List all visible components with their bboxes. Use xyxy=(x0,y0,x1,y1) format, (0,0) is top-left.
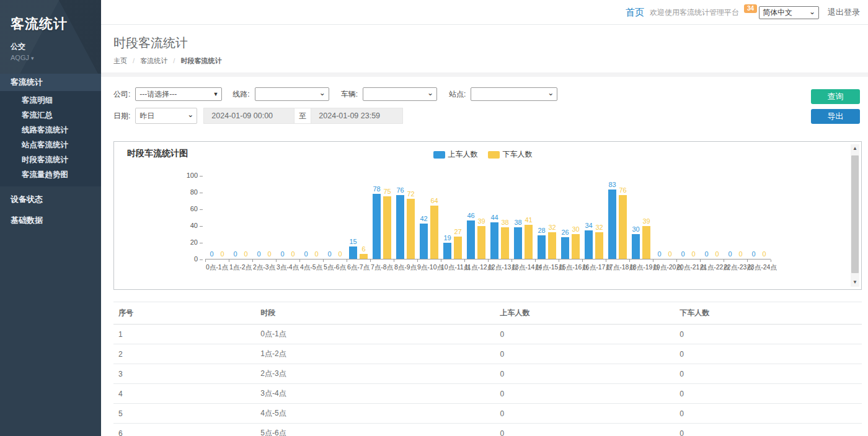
y-axis-tick-label: 0 xyxy=(180,255,198,263)
bar-wrap: 0 xyxy=(336,176,344,259)
filter-row-2: 日期: 昨日 至 xyxy=(113,108,862,124)
bar-value-label: 75 xyxy=(383,188,391,195)
home-link[interactable]: 首页 xyxy=(626,7,644,19)
bar-value-label: 15 xyxy=(349,238,356,245)
bar-wrap: 46 xyxy=(467,176,475,259)
bar-group: 8376 xyxy=(606,176,629,259)
bar-wrap: 38 xyxy=(501,176,509,259)
bar xyxy=(467,220,475,259)
bar-group: 00 xyxy=(323,176,347,259)
bar-group: 00 xyxy=(252,176,276,259)
bar xyxy=(632,234,640,259)
bar-wrap: 0 xyxy=(666,176,674,259)
bar-wrap: 76 xyxy=(396,176,404,259)
bar-value-label: 41 xyxy=(525,216,532,224)
chart-scrollbar[interactable]: ▲ ▼ xyxy=(851,144,859,287)
sidebar-subitem-1[interactable]: 客流汇总 xyxy=(0,108,101,123)
bar-value-label: 38 xyxy=(501,219,508,226)
filter-section: 公司: ---请选择--- 线路: 车辆: 站点: 日期: xyxy=(113,77,862,134)
table-cell: 1 xyxy=(113,325,255,344)
logout-link[interactable]: 退出登录 xyxy=(828,7,860,18)
org-code-label: AQGJ xyxy=(11,54,29,61)
sidebar-item-base-data[interactable]: 基础数据 xyxy=(0,212,101,229)
legend-item-0[interactable]: 上车人数 xyxy=(433,149,478,160)
scroll-up-arrow-icon[interactable]: ▲ xyxy=(851,144,859,153)
bar-value-label: 0 xyxy=(267,250,271,258)
bar-group: 3432 xyxy=(582,176,606,259)
scroll-down-arrow-icon[interactable]: ▼ xyxy=(851,278,859,287)
bar-group: 156 xyxy=(347,176,370,259)
date-to-separator: 至 xyxy=(294,108,311,124)
breadcrumb-home[interactable]: 主页 xyxy=(113,57,127,64)
bar-value-label: 0 xyxy=(681,250,684,258)
bar-wrap: 42 xyxy=(420,176,428,259)
bar xyxy=(548,232,556,259)
language-select[interactable]: 简体中文 xyxy=(759,6,819,19)
breadcrumb: 主页 / 客流统计 / 时段客流统计 xyxy=(113,56,868,66)
y-axis-tick-label: 60 xyxy=(180,205,198,212)
sidebar-subitem-0[interactable]: 客流明细 xyxy=(0,93,101,108)
sidebar-subitem-5[interactable]: 客流量趋势图 xyxy=(0,167,101,182)
table-row: 54点-5点00 xyxy=(113,404,862,424)
y-axis-tick-mark xyxy=(200,193,203,193)
vehicle-select[interactable] xyxy=(363,87,437,101)
bar-value-label: 0 xyxy=(728,250,732,258)
legend-label: 上车人数 xyxy=(448,149,478,160)
sidebar-subitem-3[interactable]: 站点客流统计 xyxy=(0,137,101,152)
breadcrumb-passenger-stats[interactable]: 客流统计 xyxy=(140,57,167,64)
bar-wrap: 34 xyxy=(585,176,593,259)
date-to-input[interactable] xyxy=(311,108,403,124)
bar-value-label: 0 xyxy=(244,250,247,258)
y-axis-tick-mark xyxy=(200,259,203,260)
bar-group: 4438 xyxy=(488,176,512,259)
legend-label: 下车人数 xyxy=(503,149,533,160)
station-select[interactable] xyxy=(471,87,557,101)
sidebar-item-device-status[interactable]: 设备状态 xyxy=(0,191,101,207)
sidebar-subitem-4[interactable]: 时段客流统计 xyxy=(0,152,101,167)
bar xyxy=(420,224,428,259)
chart-category-10: 192710点-11点 xyxy=(441,176,464,259)
company-select[interactable]: ---请选择--- xyxy=(135,87,222,101)
table-cell: 6 xyxy=(113,424,255,436)
bar-wrap: 0 xyxy=(312,176,321,259)
bar-wrap: 0 xyxy=(208,176,216,259)
bar-wrap: 0 xyxy=(702,176,711,259)
bar-value-label: 76 xyxy=(396,186,404,194)
line-select[interactable] xyxy=(255,87,329,101)
table-cell: 0 xyxy=(495,344,675,364)
bar-group: 00 xyxy=(229,176,252,259)
sidebar-section-passenger-stats[interactable]: 客流统计 xyxy=(0,74,101,91)
export-button[interactable]: 导出 xyxy=(811,109,860,124)
bar-wrap: 30 xyxy=(632,176,640,259)
bar-wrap: 0 xyxy=(750,176,758,259)
chart-category-13: 384113点-14点 xyxy=(512,176,535,259)
bar-wrap: 64 xyxy=(430,176,438,259)
org-selector[interactable]: AQGJ ▾ xyxy=(11,54,91,61)
bar-value-label: 0 xyxy=(704,250,708,258)
x-axis-category-label: 9点-10点 xyxy=(417,263,441,272)
date-from-input[interactable] xyxy=(203,108,294,124)
legend-swatch-icon xyxy=(433,151,445,159)
table-row: 10点-1点00 xyxy=(113,325,862,344)
legend-item-1[interactable]: 下车人数 xyxy=(488,149,533,160)
bar-value-label: 19 xyxy=(443,234,451,242)
date-preset-select[interactable]: 昨日 xyxy=(135,108,197,124)
vehicle-label: 车辆: xyxy=(341,89,358,100)
bar-wrap: 0 xyxy=(302,176,310,259)
x-axis-category-label: 17点-18点 xyxy=(606,263,629,272)
line-label: 线路: xyxy=(232,89,249,100)
bar-wrap: 0 xyxy=(278,176,286,259)
bar-value-label: 44 xyxy=(490,214,498,221)
bar-group: 2630 xyxy=(559,176,582,259)
table-cell: 4点-5点 xyxy=(255,404,495,424)
x-axis-category-label: 11点-12点 xyxy=(464,263,488,272)
notification-badge[interactable]: 34 xyxy=(744,4,757,13)
org-name: 公交 xyxy=(11,41,91,52)
main-content: 公司: ---请选择--- 线路: 车辆: 站点: 日期: xyxy=(101,77,868,436)
query-button[interactable]: 查询 xyxy=(811,89,860,104)
bar-group: 3039 xyxy=(629,176,653,259)
bar-value-label: 64 xyxy=(430,197,438,204)
x-axis-category-label: 1点-2点 xyxy=(229,263,252,272)
scrollbar-thumb[interactable] xyxy=(851,155,859,273)
sidebar-subitem-2[interactable]: 线路客流统计 xyxy=(0,123,101,137)
